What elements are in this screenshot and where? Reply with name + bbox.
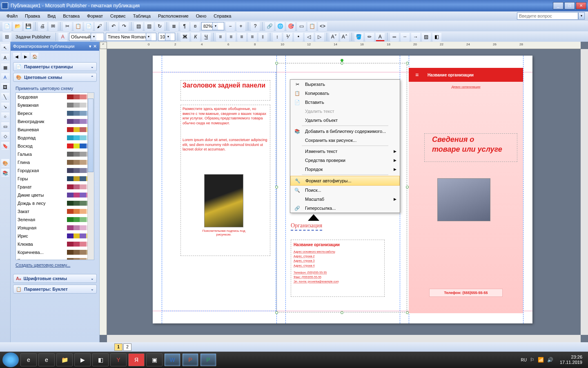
scheme-item-Коричневая[interactable]: Коричневая [16, 256, 94, 260]
italic-button[interactable]: К [191, 32, 200, 41]
section-booklet-params[interactable]: 📋 Параметры: Буклет ⌄ [13, 285, 97, 294]
menu-edit[interactable]: Правка [22, 13, 43, 19]
scheme-item-Восход[interactable]: Восход [16, 142, 94, 150]
taskbar-wmp-icon[interactable]: ▶ [74, 353, 91, 366]
save-button[interactable]: 💾 [24, 22, 33, 31]
scheme-item-Зеленая[interactable]: Зеленая [16, 215, 94, 224]
taskbar-word-icon[interactable]: W [164, 353, 180, 366]
line-tool[interactable]: ╲ [1, 92, 9, 101]
bullets-button[interactable]: • [294, 32, 303, 41]
web-preview-button[interactable]: 🌐 [276, 22, 285, 31]
menu-tools[interactable]: Сервис [107, 13, 129, 19]
ctx-Удалить-объект[interactable]: Удалить объект [290, 116, 400, 125]
arrow-tool[interactable]: ↘ [1, 102, 9, 110]
resize-handle-n[interactable] [341, 62, 343, 65]
flag-icon[interactable]: ⚐ [530, 357, 535, 363]
maximize-button[interactable]: □ [564, 2, 575, 9]
resize-handle-w[interactable] [275, 186, 278, 188]
resize-handle-se[interactable] [406, 311, 409, 314]
new-button[interactable]: 📄 [2, 22, 11, 31]
scheme-item-Галька[interactable]: Галька [16, 150, 94, 158]
scheme-item-Изящная[interactable]: Изящная [16, 224, 94, 232]
menu-format[interactable]: Формат [84, 13, 106, 19]
shadow-button[interactable]: ▨ [422, 32, 431, 41]
section-color-schemes[interactable]: 🎨 Цветовые схемы ⌃ [13, 73, 97, 82]
ctx-Порядок[interactable]: Порядок▶ [290, 165, 400, 174]
cut-button[interactable]: ✂ [63, 22, 72, 31]
back-image-placeholder[interactable] [204, 174, 243, 227]
org-info-block[interactable]: Название организации Адрес основного мес… [291, 240, 385, 297]
ctx-Средства-проверки[interactable]: Средства проверки▶ [290, 156, 400, 165]
start-button[interactable] [2, 352, 19, 367]
taskbar-explorer-icon[interactable]: 📁 [56, 353, 73, 366]
decrease-indent-button[interactable]: ◁ [305, 32, 314, 41]
nav-back-button[interactable]: ◀ [13, 52, 20, 60]
page-tab-2[interactable]: 2 [123, 343, 131, 351]
ctx-Копировать[interactable]: 📋Копировать [290, 89, 400, 98]
ctx-Формат-автофигуры-[interactable]: 🔧Формат автофигуры... [290, 176, 400, 186]
resize-handle-sw[interactable] [275, 311, 278, 314]
scheme-item-Бумажная[interactable]: Бумажная [16, 101, 94, 109]
menu-help[interactable]: Справка [210, 13, 234, 19]
hotspot-button[interactable]: ▭ [297, 22, 306, 31]
rotate-button[interactable]: ↻ [155, 22, 164, 31]
language-indicator[interactable]: RU [521, 358, 526, 362]
scheme-item-Городская[interactable]: Городская [16, 166, 94, 175]
menu-view[interactable]: Вид [44, 13, 59, 19]
3d-button[interactable]: ◧ [432, 32, 441, 41]
front-title-bar[interactable]: ≡ Название организации [409, 68, 523, 82]
justify-button[interactable]: ≡ [248, 32, 257, 41]
taskbar-ie-icon[interactable]: e [20, 353, 37, 366]
html-button[interactable]: <> [318, 22, 327, 31]
menu-table[interactable]: Таблица [130, 13, 154, 19]
scheme-item-Клюква[interactable]: Клюква [16, 240, 94, 248]
table-tool[interactable]: ▦ [1, 63, 9, 71]
undo-button[interactable]: ↶ [109, 22, 118, 31]
print-button[interactable]: 🖨 [38, 22, 47, 31]
underline-button[interactable]: Ч [202, 32, 211, 41]
dash-style-button[interactable]: ┈ [401, 32, 410, 41]
help-search-input[interactable] [517, 12, 578, 20]
scheme-item-Водопад[interactable]: Водопад [16, 134, 94, 142]
open-button[interactable]: 📂 [13, 22, 22, 31]
ctx-Гиперссылка-[interactable]: 🔗Гиперссылка... [290, 204, 400, 213]
align-right-button[interactable]: ≡ [237, 32, 246, 41]
font-color-button[interactable]: A [376, 32, 385, 41]
copy-button[interactable]: 📋 [74, 22, 82, 31]
distribute-button[interactable]: ⫴ [258, 32, 267, 41]
ctx-Изменить-текст[interactable]: Изменить текст▶ [290, 147, 400, 156]
scheme-scrollbar[interactable] [87, 93, 94, 260]
taskbar-powerpoint-icon[interactable]: P [182, 353, 198, 366]
color-scheme-list[interactable]: БордоваяБумажнаяВерескВиноградникВишнева… [16, 92, 94, 260]
page-tab-1[interactable]: 1 [114, 343, 122, 351]
styles-button[interactable]: A [58, 32, 67, 41]
taskbar-yandex-icon[interactable]: Y [110, 353, 127, 366]
wordart-tool[interactable]: A [1, 73, 9, 81]
target-button[interactable]: 🎯 [286, 22, 295, 31]
resize-handle-e[interactable] [406, 186, 409, 188]
scheme-item-Вереск[interactable]: Вереск [16, 109, 94, 117]
bring-front-button[interactable]: ▤ [134, 22, 143, 31]
send-back-button[interactable]: ▥ [145, 22, 154, 31]
autoshapes-tool[interactable]: ◇ [1, 132, 9, 140]
zoom-in-button[interactable]: + [236, 22, 245, 31]
align-center-button[interactable]: ≡ [227, 32, 236, 41]
align-left-button[interactable]: ≡ [216, 32, 225, 41]
font-combo[interactable]: Times New Roman▾ [106, 33, 156, 41]
resize-handle-ne[interactable] [406, 62, 409, 65]
rectangle-tool[interactable]: ▭ [1, 122, 9, 130]
scheme-item-Ирис[interactable]: Ирис [16, 232, 94, 240]
form-button[interactable]: 📋 [307, 22, 316, 31]
arrow-style-button[interactable]: → [411, 32, 420, 41]
section-font-schemes[interactable]: Aa Шрифтовые схемы ⌄ [13, 274, 97, 283]
taskbar-ya-icon[interactable]: Я [128, 353, 145, 366]
help-button[interactable]: ? [251, 22, 260, 31]
front-panel[interactable]: ≡ Название организации Девиз организации… [409, 68, 523, 313]
nav-forward-button[interactable]: ▶ [22, 52, 29, 60]
mail-button[interactable]: ✉ [49, 22, 58, 31]
design-gallery-tool[interactable]: 🎨 [1, 159, 9, 167]
hyperlink-button[interactable]: 🔗 [265, 22, 274, 31]
line-color-button[interactable]: ✏ [365, 32, 374, 41]
scheme-item-Вишневая[interactable]: Вишневая [16, 126, 94, 134]
redo-button[interactable]: ↷ [120, 22, 129, 31]
